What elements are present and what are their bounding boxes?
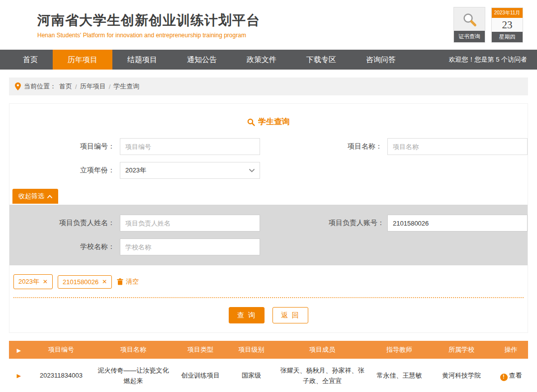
nav-item-downloads[interactable]: 下载专区 <box>291 50 351 70</box>
cell-project-no: 202311834003 <box>29 359 93 392</box>
col-header-school: 所属学校 <box>429 341 494 359</box>
school-input[interactable] <box>120 238 260 255</box>
project-name-input[interactable] <box>387 138 528 155</box>
clear-filters-button[interactable]: 清空 <box>117 277 139 286</box>
project-no-label: 项目编号： <box>9 142 120 151</box>
project-no-field-group: 项目编号： <box>9 138 260 155</box>
section-title-text: 学生查询 <box>258 117 290 127</box>
active-filter-tags: 2023年 ✕ 2101580026 ✕ 清空 <box>13 274 528 289</box>
site-subtitle: Henan Students' Platform for innovation … <box>37 32 260 39</box>
expand-row-icon[interactable]: ▶ <box>17 373 21 379</box>
form-actions: 查 询 返 回 <box>9 307 528 323</box>
breadcrumb-separator: / <box>109 83 111 90</box>
nav-item-past-projects[interactable]: 历年项目 <box>53 50 112 70</box>
breadcrumb: 当前位置： 首页 / 历年项目 / 学生查询 <box>9 78 528 95</box>
col-header-project-level: 项目级别 <box>228 341 275 359</box>
school-label: 学校名称： <box>9 242 120 251</box>
filter-tag-account-text: 2101580026 <box>63 278 98 286</box>
brand-block: 河南省大学生创新创业训练计划平台 Henan Students' Platfor… <box>37 11 260 39</box>
filter-tag-year-text: 2023年 <box>18 277 39 286</box>
breadcrumb-past-projects[interactable]: 历年项目 <box>80 82 106 91</box>
nav-item-home[interactable]: 首页 <box>8 50 53 70</box>
chevron-down-icon <box>249 169 255 172</box>
view-button-label: 查看 <box>509 372 522 379</box>
certificate-query-button[interactable]: 证书查询 <box>453 7 485 43</box>
query-button[interactable]: 查 询 <box>229 307 265 323</box>
breadcrumb-prefix: 当前位置： <box>24 82 56 91</box>
site-header: 河南省大学生创新创业训练计划平台 Henan Students' Platfor… <box>0 0 537 50</box>
collapse-filter-button[interactable]: 收起筛选 <box>12 189 58 204</box>
year-field-group: 立项年份： 2023年 <box>9 162 260 179</box>
calendar-month: 2023年11月 <box>492 8 523 18</box>
leader-name-field-group: 项目负责人姓名： <box>9 215 260 232</box>
project-no-input[interactable] <box>120 138 260 155</box>
clear-filters-label: 清空 <box>126 277 139 286</box>
nav-item-qa[interactable]: 咨询问答 <box>351 50 411 70</box>
cell-teachers: 常永佳、王慧敏 <box>369 359 429 392</box>
col-header-project-no: 项目编号 <box>29 341 93 359</box>
back-button[interactable]: 返 回 <box>272 307 308 323</box>
cell-project-name: 泥火传奇——让汝瓷文化燃起来 <box>93 359 173 392</box>
expand-all-icon[interactable]: ▶ <box>17 347 21 353</box>
nav-item-announcements[interactable]: 通知公告 <box>172 50 232 70</box>
cell-project-level: 国家级 <box>228 359 275 392</box>
breadcrumb-separator: / <box>75 83 77 90</box>
location-pin-icon <box>15 82 21 90</box>
view-button[interactable]: !查看 <box>494 359 528 392</box>
calendar-widget: 2023年11月 23 星期四 <box>491 7 523 43</box>
col-header-project-type: 项目类型 <box>173 341 228 359</box>
remove-tag-icon[interactable]: ✕ <box>43 278 48 285</box>
filter-tag-year[interactable]: 2023年 ✕ <box>13 274 53 289</box>
results-table: ▶ 项目编号 项目名称 项目类型 项目级别 项目成员 指导教师 所属学校 操作 … <box>9 341 528 392</box>
school-field-group: 学校名称： <box>9 238 260 255</box>
table-row: ▶ 202311834003 泥火传奇——让汝瓷文化燃起来 创业训练项目 国家级… <box>9 359 528 392</box>
cell-members: 张耀天、杨秋月、孙家祥、张子政、仝宜宜 <box>275 359 369 392</box>
breadcrumb-wrap: 当前位置： 首页 / 历年项目 / 学生查询 <box>0 70 537 95</box>
calendar-day: 23 <box>492 18 523 32</box>
dotted-divider <box>13 297 524 298</box>
leader-name-input[interactable] <box>120 215 260 232</box>
certificate-query-label: 证书查询 <box>454 31 485 42</box>
col-header-members: 项目成员 <box>275 341 369 359</box>
leader-name-label: 项目负责人姓名： <box>9 219 120 228</box>
leader-account-field-group: 项目负责人账号： <box>329 215 528 232</box>
project-name-field-group: 项目名称： <box>329 138 528 155</box>
nav-item-completed-projects[interactable]: 结题项目 <box>112 50 172 70</box>
advanced-filter-panel: 项目负责人姓名： 项目负责人账号： 学校名称： <box>9 205 528 265</box>
year-select[interactable]: 2023年 <box>120 162 260 179</box>
year-select-value: 2023年 <box>125 166 146 175</box>
site-title: 河南省大学生创新创业训练计划平台 <box>37 11 260 29</box>
welcome-visitor-text: 欢迎您！您是第 5 个访问者 <box>449 50 537 70</box>
student-query-card: 学生查询 项目编号： 项目名称： 立项年份： 2023年 收起筛选 <box>9 103 528 333</box>
project-name-label: 项目名称： <box>329 142 387 151</box>
header-widgets: 证书查询 2023年11月 23 星期四 <box>453 7 523 43</box>
col-header-project-name: 项目名称 <box>93 341 173 359</box>
section-title: 学生查询 <box>9 104 528 138</box>
filter-tag-account[interactable]: 2101580026 ✕ <box>58 275 112 289</box>
leader-account-label: 项目负责人账号： <box>329 219 387 228</box>
magnifier-icon <box>454 7 485 31</box>
collapse-filter-label: 收起筛选 <box>18 192 44 201</box>
chevron-up-icon <box>47 195 52 198</box>
cell-project-type: 创业训练项目 <box>173 359 228 392</box>
search-icon <box>247 118 255 126</box>
remove-tag-icon[interactable]: ✕ <box>102 278 107 285</box>
col-header-actions: 操作 <box>494 341 528 359</box>
table-header-row: ▶ 项目编号 项目名称 项目类型 项目级别 项目成员 指导教师 所属学校 操作 <box>9 341 528 359</box>
nav-item-policy-documents[interactable]: 政策文件 <box>232 50 291 70</box>
breadcrumb-home[interactable]: 首页 <box>59 82 72 91</box>
calendar-weekday: 星期四 <box>492 32 523 42</box>
main-nav: 首页 历年项目 结题项目 通知公告 政策文件 下载专区 咨询问答 欢迎您！您是第… <box>0 50 537 70</box>
view-icon: ! <box>500 374 508 381</box>
cell-school: 黄河科技学院 <box>429 359 494 392</box>
col-header-teachers: 指导教师 <box>369 341 429 359</box>
breadcrumb-student-query: 学生查询 <box>113 82 139 91</box>
trash-icon <box>117 278 123 285</box>
leader-account-input[interactable] <box>387 215 528 232</box>
year-label: 立项年份： <box>9 166 120 175</box>
